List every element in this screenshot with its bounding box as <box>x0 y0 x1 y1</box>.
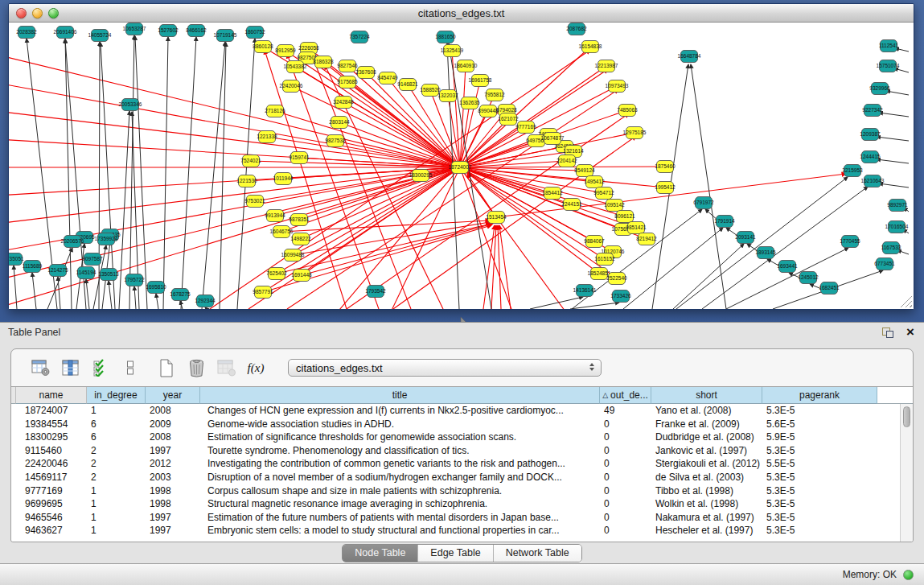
network-node[interactable]: 9827546 <box>337 60 358 72</box>
network-node[interactable]: 14136141 <box>573 285 597 297</box>
table-cell[interactable]: 22420046 <box>16 457 87 471</box>
network-node[interactable]: 8096121 <box>614 211 635 223</box>
network-node[interactable]: 9857791 <box>253 286 273 299</box>
table-select-dropdown[interactable]: citations_edges.txt <box>288 359 602 377</box>
table-cell[interactable]: 19384554 <box>16 418 87 431</box>
table-cell[interactable]: 1 <box>87 497 146 511</box>
tab-edge-table[interactable]: Edge Table <box>418 545 493 562</box>
import-table-icon[interactable] <box>216 357 236 378</box>
table-cell[interactable]: Tourette syndrome. Phenomenology and cla… <box>200 444 600 458</box>
network-canvas[interactable]: 1872400718300295886012889129592226058982… <box>9 23 914 309</box>
table-cell[interactable]: 9465546 <box>16 511 87 525</box>
network-node[interactable]: 9146821 <box>397 79 418 91</box>
table-cell[interactable]: 2 <box>87 457 146 471</box>
network-node[interactable]: 16210643 <box>861 175 885 187</box>
table-row[interactable]: 2242004622012Investigating the contribut… <box>11 457 900 471</box>
network-node[interactable]: 7625402 <box>266 268 287 280</box>
table-cell[interactable]: 0 <box>600 484 651 498</box>
table-cell[interactable]: 6 <box>87 431 146 444</box>
function-builder-icon[interactable]: f(x) <box>245 357 266 378</box>
network-node[interactable]: 2204142 <box>556 155 577 167</box>
table-row[interactable]: 977716911998Corpus callosum shape and si… <box>11 484 900 498</box>
network-node[interactable]: 9227342 <box>862 105 883 117</box>
network-node[interactable]: 1221530 <box>236 175 257 187</box>
memory-status-indicator[interactable] <box>903 570 914 580</box>
network-node[interactable]: 10973493 <box>606 80 629 93</box>
close-panel-icon[interactable]: × <box>906 327 914 338</box>
table-cell[interactable]: Wolkin et al. (1998) <box>651 497 762 511</box>
table-cell[interactable]: 0 <box>600 471 651 484</box>
network-node[interactable]: 3242848 <box>333 97 354 109</box>
table-cell[interactable]: Franke et al. (2009) <box>651 418 762 431</box>
network-node[interactable]: 20691406 <box>54 27 77 39</box>
network-node[interactable]: 8860128 <box>253 41 273 53</box>
network-node[interactable]: 6791972 <box>693 197 714 209</box>
network-node[interactable]: 10719145 <box>214 30 237 42</box>
network-window-titlebar[interactable]: citations_edges.txt <box>9 4 914 23</box>
table-cell[interactable]: 5.9E-5 <box>762 431 877 444</box>
table-cell[interactable]: 9463627 <box>16 524 87 538</box>
network-node[interactable]: 1214275 <box>47 265 68 277</box>
table-cell[interactable]: Dudbridge et al. (2008) <box>651 431 762 444</box>
table-cell[interactable]: 5.5E-5 <box>762 457 877 471</box>
network-node[interactable]: 1695810 <box>146 282 166 294</box>
network-node[interactable]: 9827532 <box>325 135 346 147</box>
table-row[interactable]: 1456911722003Disruption of a novel membe… <box>11 471 900 484</box>
network-node[interactable]: 16154838 <box>579 41 602 53</box>
table-cell[interactable]: 0 <box>600 431 651 444</box>
network-node[interactable]: 1995412 <box>655 182 676 194</box>
network-graph[interactable]: 1872400718300295886012889129592226058982… <box>9 23 914 309</box>
network-node[interactable]: 1095142 <box>604 200 625 212</box>
delete-column-icon[interactable] <box>186 357 207 378</box>
table-row[interactable]: 946554611997Estimation of the future num… <box>11 511 900 525</box>
table-cell[interactable]: Hescheler et al. (1997) <box>651 524 762 538</box>
table-row[interactable]: 1872400712008Changes of HCN gene express… <box>11 404 900 418</box>
network-node[interactable]: 10653287 <box>123 23 146 35</box>
table-cell[interactable]: Jankovic et al. (1997) <box>651 444 762 458</box>
network-node[interactable]: 8466162 <box>186 25 207 37</box>
network-node[interactable]: 1691448 <box>291 270 312 282</box>
network-node[interactable]: 1621072 <box>498 113 519 126</box>
table-row[interactable]: 1938455462009Genome-wide association stu… <box>11 418 900 431</box>
table-cell[interactable]: Embryonic stem cells: a model to study s… <box>200 524 600 538</box>
network-node[interactable]: 9329966 <box>869 83 890 95</box>
network-node[interactable]: 8549124 <box>574 165 595 177</box>
network-node[interactable]: 1875460 <box>655 161 676 173</box>
table-cell[interactable]: 2 <box>87 471 146 484</box>
table-cell[interactable]: 0 <box>600 511 651 525</box>
create-column-icon[interactable] <box>156 357 177 378</box>
table-cell[interactable]: 0 <box>600 444 651 458</box>
table-row[interactable]: 946362711997Embryonic stem cells: a mode… <box>11 524 900 538</box>
network-node[interactable]: 8990448 <box>478 105 499 117</box>
network-node[interactable]: 1011944 <box>273 173 294 185</box>
table-cell[interactable]: 1 <box>87 524 146 538</box>
tab-network-table[interactable]: Network Table <box>494 545 581 562</box>
network-node[interactable]: 2803144 <box>329 117 350 129</box>
table-cell[interactable]: 0 <box>600 524 651 538</box>
network-node[interactable]: 9913944 <box>265 210 285 222</box>
network-node[interactable]: 1854412 <box>542 187 563 200</box>
network-node[interactable]: 14055724 <box>88 30 112 42</box>
network-node[interactable]: 15751074 <box>877 60 900 72</box>
network-node[interactable]: 1115689 <box>23 261 43 273</box>
network-node[interactable]: 2093141 <box>735 232 756 244</box>
table-cell[interactable]: Stergiakouli et al. (2012) <box>651 457 762 471</box>
table-cell[interactable]: Structural magnetic resonance image aver… <box>200 497 600 511</box>
table-cell[interactable]: 5.3E-5 <box>762 484 877 498</box>
column-header-year[interactable]: year <box>146 387 200 404</box>
network-node[interactable]: 2087682 <box>566 23 587 35</box>
network-node[interactable]: 7955812 <box>484 89 505 101</box>
table-cell[interactable]: Estimation of the future numbers of pati… <box>200 511 600 525</box>
float-panel-icon[interactable] <box>882 328 893 338</box>
network-node[interactable]: 1221338 <box>257 131 277 143</box>
network-node[interactable]: 1209387 <box>860 129 881 141</box>
zoom-window-button[interactable] <box>48 8 59 19</box>
table-cell[interactable]: 2008 <box>146 404 200 418</box>
table-cell[interactable]: 5.3E-5 <box>762 444 877 458</box>
table-cell[interactable]: 5.3E-5 <box>762 471 877 484</box>
show-columns-icon[interactable] <box>60 357 81 378</box>
network-node[interactable]: 1513454 <box>486 212 507 224</box>
network-node[interactable]: 9159741 <box>289 152 310 164</box>
network-node[interactable]: 1362635 <box>459 97 480 109</box>
table-cell[interactable]: 5.3E-5 <box>762 497 877 511</box>
